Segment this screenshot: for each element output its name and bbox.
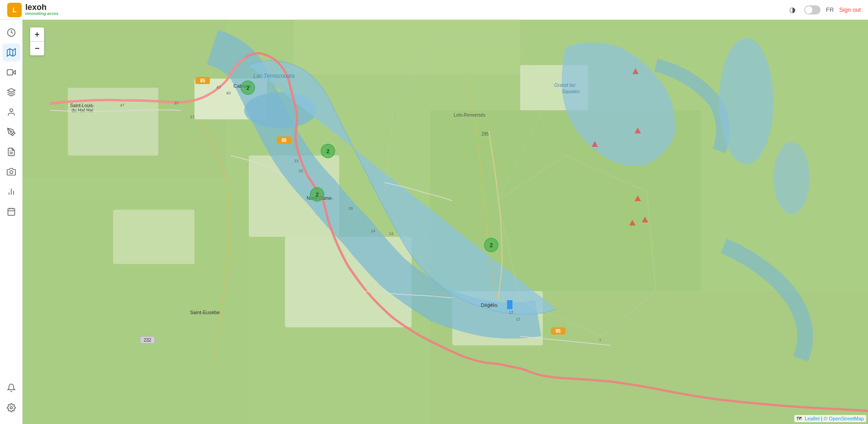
svg-marker-1 bbox=[7, 49, 15, 57]
sidebar-item-user[interactable] bbox=[2, 103, 20, 121]
logo-icon: L bbox=[7, 3, 22, 17]
svg-point-8 bbox=[10, 131, 11, 132]
svg-text:29: 29 bbox=[348, 206, 353, 211]
mode-toggle[interactable] bbox=[804, 5, 821, 14]
cluster-marker-2[interactable]: 2 bbox=[321, 144, 335, 158]
svg-text:24: 24 bbox=[371, 229, 375, 233]
svg-point-7 bbox=[9, 109, 13, 112]
cluster-marker-1[interactable]: 2 bbox=[241, 80, 255, 95]
svg-text:33: 33 bbox=[299, 169, 303, 173]
svg-point-34 bbox=[719, 38, 773, 165]
sidebar-item-calendar[interactable] bbox=[2, 203, 20, 221]
sidebar-item-documents[interactable] bbox=[2, 143, 20, 161]
osm-link[interactable]: © OpenStreetMap bbox=[824, 416, 864, 421]
svg-text:24: 24 bbox=[389, 231, 394, 236]
zoom-in-button[interactable]: + bbox=[30, 28, 44, 41]
svg-marker-6 bbox=[7, 89, 15, 92]
svg-text:85: 85 bbox=[200, 78, 205, 83]
svg-text:Lots-Renversés: Lots-Renversés bbox=[454, 113, 485, 118]
svg-text:85: 85 bbox=[281, 138, 287, 143]
sidebar-item-notifications[interactable] bbox=[2, 379, 20, 397]
map-svg: 85 85 85 40 40 33 33 24 24 29 14 12 12 7… bbox=[23, 20, 868, 424]
svg-text:40: 40 bbox=[226, 91, 231, 95]
svg-point-35 bbox=[773, 142, 810, 214]
svg-text:12: 12 bbox=[509, 310, 513, 315]
sidebar-item-camera[interactable] bbox=[2, 163, 20, 181]
logo-text: lexoh innovating acces bbox=[25, 3, 58, 17]
svg-text:7: 7 bbox=[599, 338, 601, 343]
zoom-controls: + − bbox=[30, 27, 44, 56]
header-left: L lexoh innovating acces bbox=[7, 3, 58, 17]
theme-toggle-btn[interactable]: ◑ bbox=[786, 4, 799, 16]
sidebar bbox=[0, 20, 23, 424]
sidebar-item-map[interactable] bbox=[2, 43, 20, 61]
svg-rect-5 bbox=[7, 70, 12, 75]
svg-rect-15 bbox=[8, 208, 14, 215]
map-attribution: 🗺 Leaflet | © OpenStreetMap bbox=[794, 415, 866, 422]
sidebar-item-video[interactable] bbox=[2, 63, 20, 81]
svg-marker-4 bbox=[13, 71, 15, 74]
svg-text:295: 295 bbox=[481, 132, 489, 137]
header: L lexoh innovating acces ◑ FR Sign out bbox=[0, 0, 868, 20]
svg-rect-30 bbox=[113, 210, 194, 264]
svg-text:40: 40 bbox=[216, 85, 221, 90]
sidebar-item-analytics[interactable] bbox=[2, 183, 20, 201]
sidebar-item-settings[interactable] bbox=[2, 399, 20, 417]
theme-icon: ◑ bbox=[789, 5, 796, 14]
sign-out-button[interactable]: Sign out bbox=[839, 6, 861, 13]
sidebar-item-recent[interactable] bbox=[2, 24, 20, 42]
svg-rect-22 bbox=[294, 20, 520, 74]
svg-text:Dégelis: Dégelis bbox=[481, 302, 498, 308]
brand-name: lexoh bbox=[25, 3, 58, 12]
svg-text:37: 37 bbox=[174, 101, 179, 105]
svg-text:Saint-Eusèbe: Saint-Eusèbe bbox=[190, 310, 220, 315]
svg-text:du-Ha! Ha!: du-Ha! Ha! bbox=[71, 108, 93, 113]
tagline: innovating acces bbox=[25, 12, 58, 16]
svg-text:47: 47 bbox=[120, 103, 124, 108]
map-container[interactable]: 85 85 85 40 40 33 33 24 24 29 14 12 12 7… bbox=[23, 20, 868, 424]
svg-text:Lac Témiscouata: Lac Témiscouata bbox=[253, 73, 295, 79]
cluster-marker-3[interactable]: 2 bbox=[310, 187, 324, 202]
svg-text:85: 85 bbox=[555, 329, 561, 334]
svg-point-11 bbox=[9, 171, 13, 174]
svg-text:33: 33 bbox=[294, 159, 299, 163]
zoom-out-button[interactable]: − bbox=[30, 42, 44, 55]
sidebar-item-draw[interactable] bbox=[2, 123, 20, 141]
svg-rect-69 bbox=[507, 300, 512, 309]
svg-text:37: 37 bbox=[190, 115, 194, 119]
sidebar-item-layers[interactable] bbox=[2, 83, 20, 101]
svg-point-19 bbox=[10, 407, 12, 409]
svg-text:Saint-Louis-: Saint-Louis- bbox=[70, 103, 94, 108]
svg-text:232: 232 bbox=[144, 338, 152, 343]
language-button[interactable]: FR bbox=[826, 6, 834, 13]
leaflet-link[interactable]: Leaflet bbox=[805, 416, 820, 421]
header-right: ◑ FR Sign out bbox=[786, 4, 861, 16]
svg-rect-29 bbox=[68, 88, 158, 155]
svg-text:Squatec: Squatec bbox=[562, 89, 580, 94]
svg-text:12: 12 bbox=[516, 317, 520, 321]
cluster-marker-4[interactable]: 2 bbox=[484, 238, 498, 252]
svg-text:Grand lac: Grand lac bbox=[554, 82, 576, 88]
